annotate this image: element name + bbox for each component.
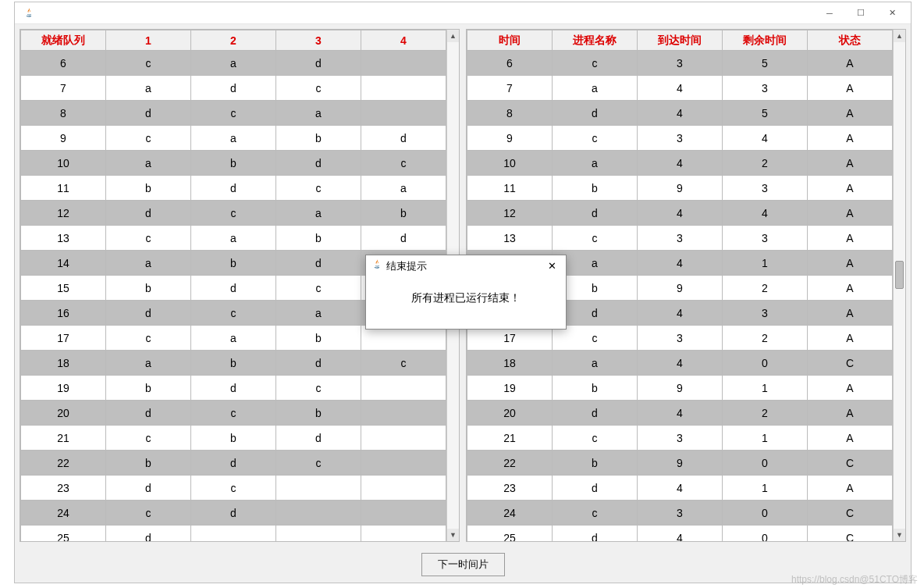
table-row[interactable]: 23dc xyxy=(21,476,446,501)
table-row[interactable]: 24cd xyxy=(21,501,446,526)
dialog-titlebar: 结束提示 ✕ xyxy=(366,255,566,277)
table-cell: c xyxy=(553,501,638,526)
table-cell: 13 xyxy=(467,226,553,251)
table-cell: d xyxy=(276,351,361,376)
table-row[interactable]: 20dcb xyxy=(21,401,446,426)
table-cell: 3 xyxy=(723,301,808,326)
table-cell: b xyxy=(106,451,191,476)
table-cell: A xyxy=(808,76,893,101)
table-cell: a xyxy=(106,251,191,276)
table-row[interactable]: 7adc xyxy=(21,76,446,101)
table-row[interactable]: 10abdc xyxy=(21,151,446,176)
table-cell: c xyxy=(191,401,276,426)
table-row[interactable]: 18a40C xyxy=(467,351,893,376)
table-cell: b xyxy=(106,376,191,401)
table-cell: b xyxy=(361,201,446,226)
table-cell: 21 xyxy=(467,426,553,451)
table-cell: b xyxy=(276,226,361,251)
column-header[interactable]: 到达时间 xyxy=(638,30,723,51)
table-row[interactable]: 10a42A xyxy=(467,151,893,176)
table-row[interactable]: 25d xyxy=(21,526,446,542)
table-cell: 0 xyxy=(723,526,808,542)
table-row[interactable]: 22bdc xyxy=(21,451,446,476)
table-cell: 23 xyxy=(21,476,106,501)
table-row[interactable]: 12d44A xyxy=(467,201,893,226)
right-scrollbar[interactable]: ▲ ▼ xyxy=(893,30,905,541)
table-row[interactable]: 23d41A xyxy=(467,476,893,501)
table-cell: b xyxy=(106,276,191,301)
table-row[interactable]: 24c30C xyxy=(467,501,893,526)
table-cell: 4 xyxy=(638,251,723,276)
table-cell: c xyxy=(361,151,446,176)
table-row[interactable]: 9c34A xyxy=(467,126,893,151)
table-cell: b xyxy=(191,351,276,376)
dialog-close-button[interactable]: ✕ xyxy=(542,260,561,272)
table-row[interactable]: 19bdc xyxy=(21,376,446,401)
table-cell: 11 xyxy=(467,176,553,201)
column-header[interactable]: 就绪队列 xyxy=(21,30,106,51)
table-cell: d xyxy=(191,501,276,526)
table-cell: A xyxy=(808,101,893,126)
table-row[interactable]: 21c31A xyxy=(467,426,893,451)
table-row[interactable]: 19b91A xyxy=(467,376,893,401)
table-row[interactable]: 22b90C xyxy=(467,451,893,476)
table-cell: c xyxy=(191,101,276,126)
table-cell: d xyxy=(106,201,191,226)
scroll-down-button[interactable]: ▼ xyxy=(447,529,459,541)
table-cell: 9 xyxy=(638,451,723,476)
column-header[interactable]: 状态 xyxy=(808,30,893,51)
table-row[interactable]: 21cbd xyxy=(21,426,446,451)
table-cell: c xyxy=(361,351,446,376)
column-header[interactable]: 3 xyxy=(276,30,361,51)
table-cell: 0 xyxy=(723,351,808,376)
column-header[interactable]: 1 xyxy=(106,30,191,51)
minimize-button[interactable]: ─ xyxy=(814,4,845,23)
table-cell: c xyxy=(553,51,638,76)
maximize-button[interactable]: ☐ xyxy=(845,4,876,23)
table-cell: a xyxy=(276,301,361,326)
table-cell xyxy=(361,401,446,426)
table-row[interactable]: 9cabd xyxy=(21,126,446,151)
scroll-thumb[interactable] xyxy=(895,261,904,289)
table-row[interactable]: 8dca xyxy=(21,101,446,126)
table-row[interactable]: 11b93A xyxy=(467,176,893,201)
table-cell: c xyxy=(106,326,191,351)
table-cell xyxy=(361,101,446,126)
scroll-track[interactable] xyxy=(894,42,905,529)
close-button[interactable]: ✕ xyxy=(876,4,908,23)
table-cell xyxy=(361,501,446,526)
table-row[interactable]: 12dcab xyxy=(21,201,446,226)
table-row[interactable]: 6cad xyxy=(21,51,446,76)
table-row[interactable]: 25d40C xyxy=(467,526,893,542)
table-cell: 7 xyxy=(467,76,553,101)
table-row[interactable]: 11bdca xyxy=(21,176,446,201)
dialog-message: 所有进程已运行结束！ xyxy=(366,277,566,329)
table-cell: d xyxy=(106,101,191,126)
table-cell: C xyxy=(808,351,893,376)
table-cell: 18 xyxy=(467,351,553,376)
table-cell: C xyxy=(808,451,893,476)
next-timeslice-button[interactable]: 下一时间片 xyxy=(421,553,505,576)
column-header[interactable]: 时间 xyxy=(467,30,553,51)
table-row[interactable]: 13c33A xyxy=(467,226,893,251)
column-header[interactable]: 4 xyxy=(361,30,446,51)
table-row[interactable]: 7a43A xyxy=(467,76,893,101)
scroll-up-button[interactable]: ▲ xyxy=(447,30,459,42)
dialog-title-text: 结束提示 xyxy=(386,259,427,273)
table-cell: a xyxy=(191,51,276,76)
table-row[interactable]: 6c35A xyxy=(467,51,893,76)
table-row[interactable]: 13cabd xyxy=(21,226,446,251)
table-cell: b xyxy=(191,151,276,176)
column-header[interactable]: 进程名称 xyxy=(553,30,638,51)
table-row[interactable]: 18abdc xyxy=(21,351,446,376)
table-cell: 7 xyxy=(21,76,106,101)
table-row[interactable]: 8d45A xyxy=(467,101,893,126)
table-cell: 1 xyxy=(723,251,808,276)
table-row[interactable]: 20d42A xyxy=(467,401,893,426)
table-cell: 19 xyxy=(21,376,106,401)
column-header[interactable]: 剩余时间 xyxy=(723,30,808,51)
table-cell: 2 xyxy=(723,276,808,301)
scroll-up-button[interactable]: ▲ xyxy=(894,30,905,42)
scroll-down-button[interactable]: ▼ xyxy=(894,529,905,541)
column-header[interactable]: 2 xyxy=(191,30,276,51)
